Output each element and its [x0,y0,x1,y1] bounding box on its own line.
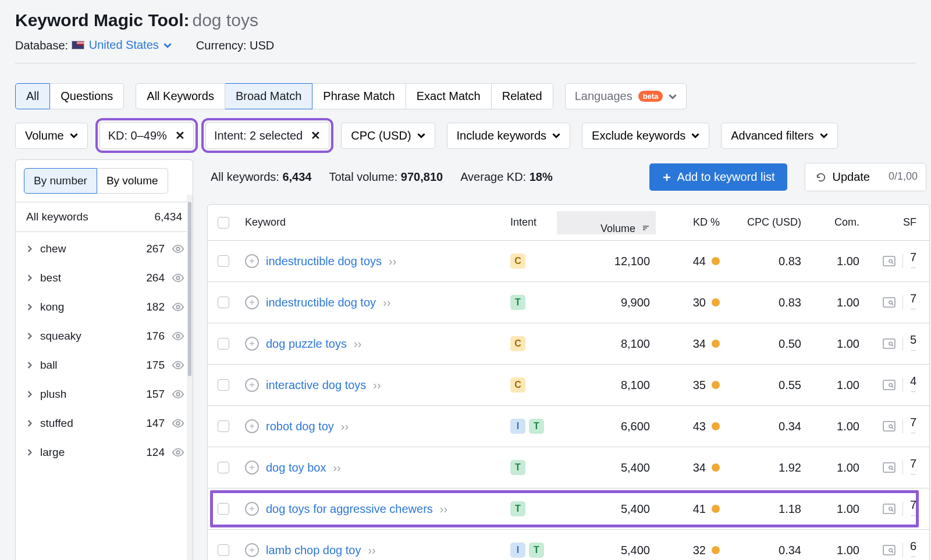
serp-features-icon[interactable] [883,297,896,308]
open-icon[interactable]: ›› [354,337,361,351]
cell-kd: 34 [693,337,706,351]
keyword-link[interactable]: dog puzzle toys [266,337,347,351]
database-selector[interactable]: Database: United States [15,38,172,52]
eye-icon[interactable] [172,417,184,430]
sidebar-item[interactable]: kong182 [16,293,193,322]
sidebar-item[interactable]: stuffed147 [16,409,193,438]
eye-icon[interactable] [172,388,184,401]
keyword-link[interactable]: lamb chop dog toy [266,544,361,557]
languages-dropdown[interactable]: Languages beta [565,83,687,109]
keyword-link[interactable]: dog toy box [266,461,326,475]
serp-features-icon[interactable] [883,504,896,514]
expand-icon[interactable]: + [245,502,259,516]
sort-by-number[interactable]: By number [24,168,97,194]
serp-features-icon[interactable] [883,545,896,555]
expand-icon[interactable]: + [245,461,259,475]
intent-filter-chip[interactable]: Intent: 2 selected ✕ [205,122,329,149]
serp-features-icon[interactable] [883,380,896,390]
open-icon[interactable]: ›› [368,544,375,557]
row-checkbox[interactable] [218,503,229,515]
sidebar-item[interactable]: plush157 [16,380,193,409]
sidebar-item[interactable]: best264 [16,263,193,293]
tab-all-keywords[interactable]: All Keywords [136,83,225,109]
expand-icon[interactable]: + [245,254,259,268]
sidebar-item-label: squeaky [40,330,139,343]
tab-questions[interactable]: Questions [50,83,124,109]
add-to-keyword-list-button[interactable]: Add to keyword list [649,163,788,191]
controls-bar: All Questions All Keywords Broad Match P… [0,70,931,159]
row-checkbox[interactable] [218,420,229,432]
eye-icon[interactable] [172,301,184,313]
plus-icon [662,173,671,182]
eye-icon[interactable] [172,446,184,459]
open-icon[interactable]: ›› [373,379,381,392]
tab-all[interactable]: All [15,83,50,109]
serp-features-icon[interactable] [883,421,896,431]
open-icon[interactable]: ›› [389,255,396,268]
table-row: +robot dog toy ››IT6,600430.341.007-- [208,406,929,447]
keyword-link[interactable]: interactive dog toys [266,379,366,392]
col-com[interactable]: Com. [807,216,865,229]
col-kd[interactable]: KD % [656,216,726,229]
sidebar-item-label: stuffed [40,417,139,430]
cpc-filter[interactable]: CPC (USD) [341,123,435,149]
sort-by-volume[interactable]: By volume [97,168,168,194]
tab-phrase-match[interactable]: Phrase Match [312,83,406,109]
col-sf[interactable]: SF [865,216,929,229]
intent-badge: I [510,419,525,434]
row-checkbox[interactable] [218,338,229,349]
advanced-filters[interactable]: Advanced filters [721,123,837,149]
sidebar-item[interactable]: ball175 [16,351,193,380]
open-icon[interactable]: ›› [341,420,349,433]
update-button[interactable]: Update [805,163,880,191]
intent-badge: I [510,543,525,558]
eye-icon[interactable] [172,359,184,372]
exclude-keywords-filter[interactable]: Exclude keywords [582,123,709,149]
remove-intent-filter[interactable]: ✕ [311,129,321,142]
expand-icon[interactable]: + [245,543,259,557]
include-keywords-filter[interactable]: Include keywords [447,123,571,149]
expand-icon[interactable]: + [245,419,259,433]
select-all-checkbox[interactable] [218,217,229,229]
open-icon[interactable]: ›› [440,502,447,516]
remove-kd-filter[interactable]: ✕ [175,129,185,142]
sidebar-scrollbar[interactable] [187,195,193,560]
row-checkbox[interactable] [218,544,229,556]
expand-icon[interactable]: + [245,295,259,309]
row-checkbox[interactable] [218,255,229,267]
tab-related[interactable]: Related [492,83,553,109]
eye-icon[interactable] [172,272,184,284]
tab-exact-match[interactable]: Exact Match [406,83,492,109]
open-icon[interactable]: ›› [383,296,390,309]
col-cpc[interactable]: CPC (USD) [726,216,807,229]
cell-volume: 5,400 [557,461,656,475]
volume-filter[interactable]: Volume [15,123,88,149]
kd-filter-chip[interactable]: KD: 0–49% ✕ [100,122,194,149]
sidebar-item[interactable]: chew267 [16,234,193,263]
table-row: +indestructible dog toy ››T9,900300.831.… [208,282,929,323]
eye-icon[interactable] [172,242,184,255]
eye-icon[interactable] [172,330,184,343]
serp-features-icon[interactable] [883,256,896,266]
row-checkbox[interactable] [218,297,229,308]
tab-broad-match[interactable]: Broad Match [225,83,312,109]
keyword-link[interactable]: indestructible dog toys [266,255,382,268]
serp-features-icon[interactable] [883,338,896,349]
expand-icon[interactable]: + [245,378,259,392]
row-checkbox[interactable] [218,379,229,391]
keyword-link[interactable]: robot dog toy [266,420,334,433]
keyword-link[interactable]: dog toys for aggressive chewers [266,502,433,516]
serp-features-icon[interactable] [883,462,896,473]
keyword-link[interactable]: indestructible dog toy [266,296,376,309]
expand-icon[interactable]: + [245,337,259,351]
sidebar-item[interactable]: large124 [16,438,193,467]
all-keywords-label[interactable]: All keywords [26,211,88,223]
row-checkbox[interactable] [218,462,229,473]
cell-volume: 9,900 [557,296,656,309]
col-volume[interactable]: Volume [557,211,656,234]
col-intent[interactable]: Intent [504,216,557,229]
sidebar-item[interactable]: squeaky176 [16,322,193,351]
chevron-down-icon [164,41,172,49]
col-keyword[interactable]: Keyword [239,216,504,229]
open-icon[interactable]: ›› [333,461,340,475]
